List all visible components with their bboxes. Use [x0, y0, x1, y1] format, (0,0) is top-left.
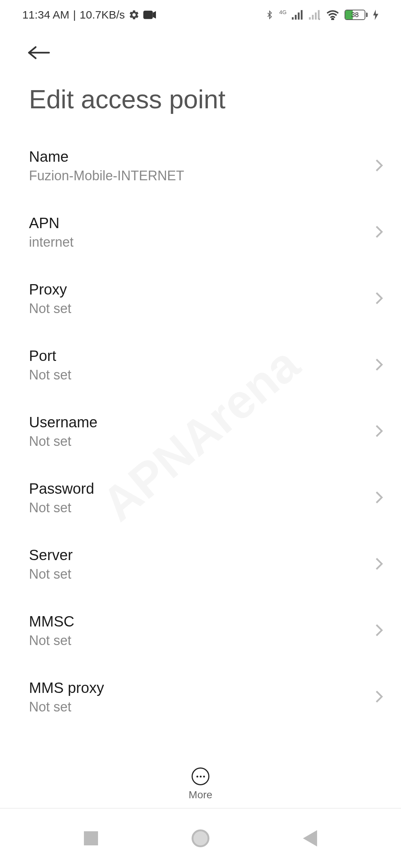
signal-icon-2: x [309, 10, 321, 20]
chevron-right-icon [375, 624, 383, 638]
setting-row-name[interactable]: Name Fuzion-Mobile-INTERNET [29, 133, 383, 199]
back-button[interactable] [0, 30, 401, 62]
setting-value: Not set [29, 434, 98, 449]
chevron-right-icon [375, 491, 383, 506]
battery-icon: 38 [345, 10, 368, 20]
svg-rect-5 [309, 17, 311, 19]
page-title: Edit access point [0, 62, 401, 133]
chevron-right-icon [375, 358, 383, 373]
svg-rect-3 [298, 13, 300, 20]
svg-point-10 [332, 19, 334, 20]
nav-back-button[interactable] [303, 830, 317, 846]
bluetooth-icon [265, 9, 274, 21]
setting-value: Fuzion-Mobile-INTERNET [29, 168, 184, 184]
signal-icon-1 [292, 10, 304, 20]
setting-label: Username [29, 414, 98, 431]
navigation-bar [0, 809, 401, 868]
svg-rect-7 [315, 13, 317, 20]
chevron-right-icon [375, 424, 383, 439]
settings-list: Name Fuzion-Mobile-INTERNET APN internet… [0, 133, 401, 730]
setting-value: Not set [29, 566, 73, 582]
svg-text:x: x [319, 17, 321, 20]
chevron-right-icon [375, 225, 383, 240]
battery-percent: 38 [351, 11, 359, 19]
camera-icon [143, 10, 156, 19]
setting-row-password[interactable]: Password Not set [29, 465, 383, 531]
svg-rect-6 [312, 15, 314, 20]
svg-rect-2 [295, 15, 297, 20]
charging-icon [373, 10, 379, 20]
setting-row-username[interactable]: Username Not set [29, 398, 383, 465]
svg-rect-1 [292, 17, 294, 19]
more-button[interactable]: More [0, 760, 401, 809]
setting-value: Not set [29, 699, 104, 715]
chevron-right-icon [375, 557, 383, 572]
setting-label: MMSC [29, 613, 74, 630]
setting-row-mmsc[interactable]: MMSC Not set [29, 598, 383, 664]
svg-rect-0 [143, 11, 153, 19]
setting-row-port[interactable]: Port Not set [29, 332, 383, 398]
chevron-right-icon [375, 690, 383, 705]
setting-label: MMS proxy [29, 680, 104, 696]
more-label: More [189, 789, 212, 801]
status-data-rate: 10.7KB/s [80, 9, 125, 21]
setting-row-apn[interactable]: APN internet [29, 199, 383, 266]
setting-row-proxy[interactable]: Proxy Not set [29, 266, 383, 332]
status-time: 11:34 AM [22, 9, 69, 21]
wifi-icon [326, 10, 339, 20]
status-separator: | [73, 9, 76, 21]
setting-value: internet [29, 234, 74, 250]
svg-rect-4 [301, 10, 303, 20]
status-left: 11:34 AM | 10.7KB/s [22, 9, 156, 21]
nav-home-button[interactable] [192, 829, 209, 847]
setting-value: Not set [29, 500, 94, 516]
setting-label: Name [29, 148, 184, 165]
more-icon [192, 767, 209, 785]
setting-value: Not set [29, 367, 71, 383]
settings-icon [128, 9, 140, 20]
nav-recent-button[interactable] [84, 831, 98, 845]
status-right: 4G x 38 [265, 9, 379, 21]
chevron-right-icon [375, 292, 383, 306]
setting-label: Server [29, 547, 73, 563]
setting-row-mms-proxy[interactable]: MMS proxy Not set [29, 664, 383, 730]
setting-value: Not set [29, 301, 71, 316]
setting-label: APN [29, 215, 74, 231]
setting-row-server[interactable]: Server Not set [29, 531, 383, 598]
content-fade [0, 731, 401, 760]
setting-label: Proxy [29, 281, 71, 298]
network-4g-label: 4G [279, 9, 287, 15]
status-bar: 11:34 AM | 10.7KB/s 4G x 38 [0, 0, 401, 30]
setting-label: Port [29, 348, 71, 364]
chevron-right-icon [375, 159, 383, 174]
setting-label: Password [29, 480, 94, 497]
setting-value: Not set [29, 633, 74, 648]
